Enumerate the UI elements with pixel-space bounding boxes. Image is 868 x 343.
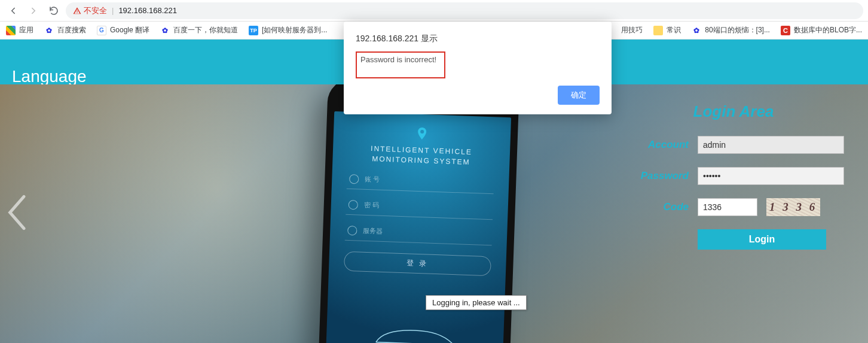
address-bar[interactable]: 不安全 | 192.168.168.221: [66, 2, 863, 19]
login-button[interactable]: Login: [698, 229, 826, 250]
site-icon: C: [781, 26, 790, 35]
carousel-prev-button[interactable]: [6, 195, 30, 233]
apps-label: 应用: [19, 25, 33, 35]
hero-section: INTELLIGENT VEHICLE MONITORING SYSTEM 账 …: [0, 84, 868, 343]
baidu-icon: ✿: [692, 26, 701, 35]
baidu-icon: ✿: [44, 26, 54, 35]
loading-tooltip: Logging in, please wait ...: [426, 295, 527, 310]
bookmark-item[interactable]: ✿百度搜索: [44, 25, 86, 35]
reload-button[interactable]: [45, 2, 62, 19]
server-icon: [347, 225, 357, 235]
alert-message: Password is incorrect!: [360, 55, 441, 64]
alert-message-box: Password is incorrect!: [356, 51, 445, 78]
phone-account-field: 账 号: [347, 169, 494, 194]
bookmark-item[interactable]: GGoogle 翻译: [97, 25, 149, 35]
url-text: 192.168.168.221: [118, 6, 177, 15]
code-label: Code: [623, 201, 689, 213]
browser-toolbar: 不安全 | 192.168.168.221: [0, 0, 868, 22]
bookmark-item[interactable]: C数据库中的BLOB字...: [781, 25, 862, 35]
password-input[interactable]: [698, 167, 844, 185]
folder-icon: [653, 26, 663, 35]
address-separator: |: [112, 6, 114, 15]
account-input[interactable]: [698, 136, 844, 154]
forward-button[interactable]: [25, 2, 42, 19]
code-input[interactable]: [698, 198, 757, 216]
phone-server-field: 服务器: [345, 220, 493, 245]
alert-title: 192.168.168.221 显示: [356, 34, 600, 44]
password-label: Password: [623, 170, 689, 182]
phone-password-field: 密 码: [346, 195, 493, 220]
site-icon: TP: [249, 26, 258, 35]
car-outline-icon: [372, 324, 457, 343]
user-icon: [349, 174, 359, 184]
lock-icon: [349, 199, 359, 210]
login-panel: Login Area Account Password Code 1 3 3 6…: [623, 102, 844, 250]
phone-login-button: 登 录: [344, 251, 491, 276]
google-icon: G: [97, 26, 106, 35]
back-button[interactable]: [5, 2, 22, 19]
apps-icon: [6, 26, 16, 35]
account-label: Account: [623, 139, 689, 151]
language-selector[interactable]: Language: [12, 67, 87, 86]
insecure-badge: 不安全: [73, 5, 107, 16]
insecure-label: 不安全: [84, 5, 107, 16]
bookmark-item[interactable]: ✿百度一下，你就知道: [160, 25, 238, 35]
bookmark-item[interactable]: 常识: [653, 25, 681, 35]
bookmark-item[interactable]: ✿80端口的烦恼：[3]...: [692, 25, 770, 35]
bookmark-item[interactable]: TP[如何映射服务器到...: [249, 25, 327, 35]
apps-shortcut[interactable]: 应用: [6, 25, 33, 35]
location-pin-icon: [415, 126, 430, 141]
phone-app-title: INTELLIGENT VEHICLE MONITORING SYSTEM: [347, 143, 495, 168]
login-title: Login Area: [623, 102, 844, 121]
alert-dialog: 192.168.168.221 显示 Password is incorrect…: [344, 22, 612, 114]
baidu-icon: ✿: [160, 26, 170, 35]
alert-ok-button[interactable]: 确定: [558, 86, 600, 105]
warning-icon: [73, 7, 81, 15]
captcha-image[interactable]: 1 3 3 6: [766, 198, 820, 216]
bookmark-item[interactable]: 用技巧: [621, 25, 643, 35]
